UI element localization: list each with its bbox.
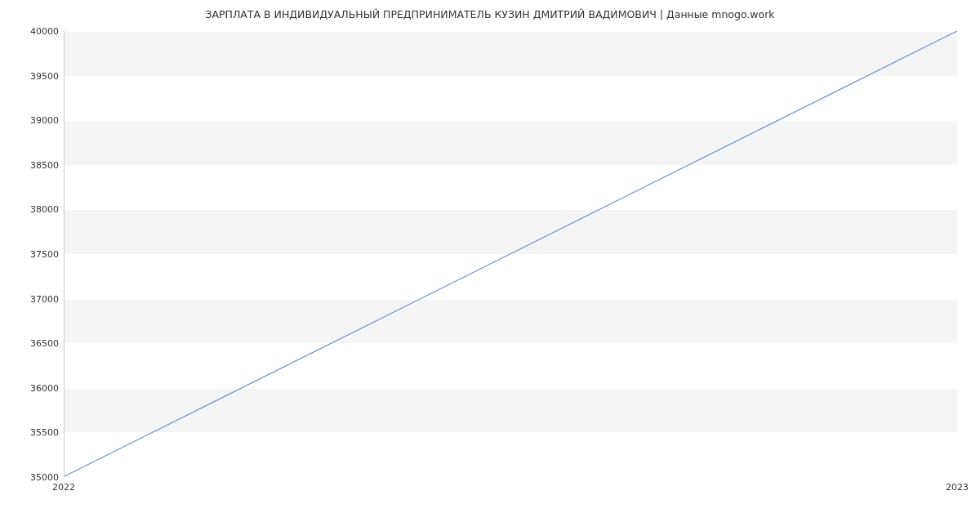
y-tick-label: 40000 xyxy=(30,26,59,37)
y-tick-label: 38000 xyxy=(30,204,59,215)
chart-title: ЗАРПЛАТА В ИНДИВИДУАЛЬНЫЙ ПРЕДПРИНИМАТЕЛ… xyxy=(0,8,980,20)
grid-line xyxy=(65,477,957,478)
x-tick-label: 2022 xyxy=(52,482,75,493)
y-tick-label: 39000 xyxy=(30,115,59,126)
line-series xyxy=(65,31,957,476)
y-tick-label: 39500 xyxy=(30,70,59,81)
y-tick-label: 38500 xyxy=(30,159,59,170)
y-tick-label: 35500 xyxy=(30,427,59,438)
y-tick-label: 35000 xyxy=(30,472,59,483)
plot-area xyxy=(64,31,957,477)
y-tick-label: 37500 xyxy=(30,249,59,260)
y-tick-label: 37000 xyxy=(30,293,59,304)
y-tick-label: 36500 xyxy=(30,338,59,349)
x-tick-label: 2023 xyxy=(946,482,969,493)
y-tick-label: 36000 xyxy=(30,382,59,393)
